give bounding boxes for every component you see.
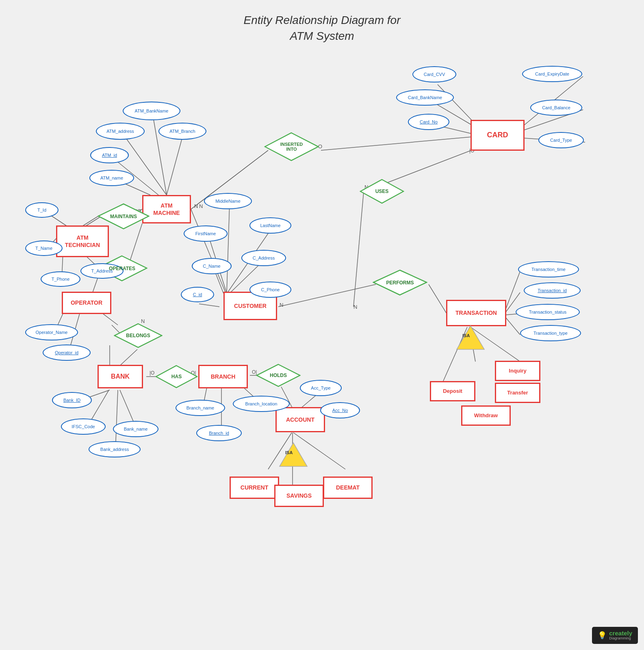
rel-has: HAS bbox=[155, 365, 198, 388]
attr-branch-id: Branch_id bbox=[196, 425, 242, 441]
rel-uses: USES bbox=[360, 179, 404, 204]
attr-atm-bankname: ATM_BankName bbox=[123, 102, 180, 120]
isa-transaction-label: ISA bbox=[462, 333, 470, 338]
attr-atm-id: ATM_id bbox=[90, 147, 129, 163]
entity-atm-technician: ATMTECHNICIAN bbox=[56, 225, 109, 257]
attr-transaction-status: Transaction_status bbox=[516, 304, 580, 320]
attr-operator-id: Operator_id bbox=[43, 344, 91, 361]
svg-marker-87 bbox=[457, 326, 484, 349]
rel-maintains: MAINTAINS bbox=[98, 203, 150, 230]
attr-card-expiry: Card_ExpiryDate bbox=[522, 66, 582, 82]
attr-t-phone: T_Phone bbox=[41, 271, 80, 287]
entity-card: CARD bbox=[471, 120, 525, 151]
svg-line-68 bbox=[506, 318, 520, 335]
attr-ifsc-code: IFSC_Code bbox=[61, 418, 106, 435]
entity-bank: BANK bbox=[98, 365, 143, 388]
attr-bank-id: Bank_ID bbox=[52, 392, 92, 408]
rel-holds: HOLDS bbox=[256, 364, 301, 387]
rel-performs: PERFORMS bbox=[373, 269, 427, 296]
svg-text:N: N bbox=[194, 203, 198, 209]
attr-card-cvv: Card_CVV bbox=[412, 66, 456, 82]
rel-inserted-into: INSERTEDINTO bbox=[264, 132, 319, 161]
entity-deposit: Deposit bbox=[430, 381, 475, 401]
svg-line-55 bbox=[429, 284, 447, 314]
attr-t-id: T_Id bbox=[25, 202, 59, 218]
attr-atm-branch: ATM_Branch bbox=[158, 123, 206, 140]
attr-branch-location: Branch_location bbox=[233, 396, 290, 412]
svg-text:|O: |O bbox=[150, 370, 154, 376]
attr-card-type: Card_Type bbox=[538, 132, 584, 148]
rel-belongs: BELONGS bbox=[114, 323, 163, 348]
attr-card-balance: Card_Balance bbox=[530, 100, 582, 116]
entity-account: ACCOUNT bbox=[275, 407, 325, 432]
attr-bank-name: Bank_name bbox=[113, 421, 158, 437]
canvas: Entity Relationship Diagram for ATM Syst… bbox=[0, 0, 644, 650]
svg-line-54 bbox=[278, 284, 376, 307]
attr-c-name: C_Name bbox=[192, 258, 232, 274]
isa-transaction-triangle bbox=[456, 325, 485, 352]
attr-transaction-id: Transaction_id bbox=[524, 282, 581, 299]
svg-line-2 bbox=[167, 132, 184, 195]
attr-branch-name: Branch_name bbox=[176, 400, 225, 416]
bulb-icon: 💡 bbox=[598, 631, 607, 640]
entity-atm-machine: ATMMACHINE bbox=[142, 195, 191, 223]
svg-line-58 bbox=[227, 203, 230, 292]
entity-withdraw: Withdraw bbox=[461, 405, 511, 426]
attr-transaction-type: Transaction_type bbox=[520, 325, 581, 341]
entity-transaction: TRANSACTION bbox=[446, 300, 506, 326]
creately-brand: creately bbox=[609, 630, 632, 637]
isa-account-triangle bbox=[279, 442, 308, 469]
attr-operator-name: Operator_Name bbox=[25, 324, 78, 340]
page-title: Entity Relationship Diagram for ATM Syst… bbox=[244, 12, 401, 44]
attr-firstname: FirstName bbox=[184, 225, 228, 242]
attr-bank-address: Bank_address bbox=[89, 441, 141, 457]
entity-inquiry: Inquiry bbox=[495, 361, 540, 381]
attr-acc-type: Acc_Type bbox=[300, 380, 342, 396]
svg-line-72 bbox=[191, 209, 226, 292]
creately-badge: 💡 creately Diagramming bbox=[592, 627, 638, 644]
svg-text:N: N bbox=[199, 203, 203, 209]
entity-operator: OPERATOR bbox=[62, 292, 111, 314]
svg-line-40 bbox=[321, 137, 471, 150]
svg-text:N: N bbox=[280, 302, 283, 308]
attr-atm-address: ATM_address bbox=[96, 123, 145, 140]
svg-line-65 bbox=[506, 271, 520, 309]
entity-current: CURRENT bbox=[230, 477, 279, 499]
isa-account-label: ISA bbox=[285, 450, 293, 455]
svg-line-17 bbox=[120, 349, 137, 366]
attr-c-id: C_id bbox=[181, 287, 214, 302]
attr-c-phone: C_Phone bbox=[249, 282, 291, 298]
attr-t-name: T_Name bbox=[25, 240, 63, 256]
attr-atm-name: ATM_name bbox=[89, 170, 134, 186]
svg-line-51 bbox=[353, 192, 364, 307]
attr-card-bankname: Card_BankName bbox=[396, 89, 454, 106]
svg-line-0 bbox=[152, 113, 167, 195]
svg-line-7 bbox=[82, 215, 100, 226]
attr-c-address: C_Address bbox=[241, 250, 286, 266]
svg-text:N: N bbox=[353, 304, 357, 310]
svg-line-1 bbox=[122, 132, 167, 195]
entity-branch: BRANCH bbox=[198, 365, 248, 388]
entity-transfer: Transfer bbox=[495, 383, 540, 403]
svg-line-63 bbox=[199, 304, 219, 307]
svg-marker-86 bbox=[280, 443, 307, 466]
attr-acc-no: Acc_No bbox=[320, 402, 360, 418]
attr-lastname: LastName bbox=[249, 217, 291, 234]
entity-savings: SAVINGS bbox=[274, 485, 324, 507]
attr-card-no: Card_No bbox=[408, 114, 449, 130]
attr-middlename: MiddleName bbox=[204, 193, 252, 209]
creately-sub: Diagramming bbox=[609, 637, 632, 641]
attr-transaction-time: Transaction_time bbox=[518, 261, 579, 277]
entity-deemat: DEEMAT bbox=[323, 477, 373, 499]
